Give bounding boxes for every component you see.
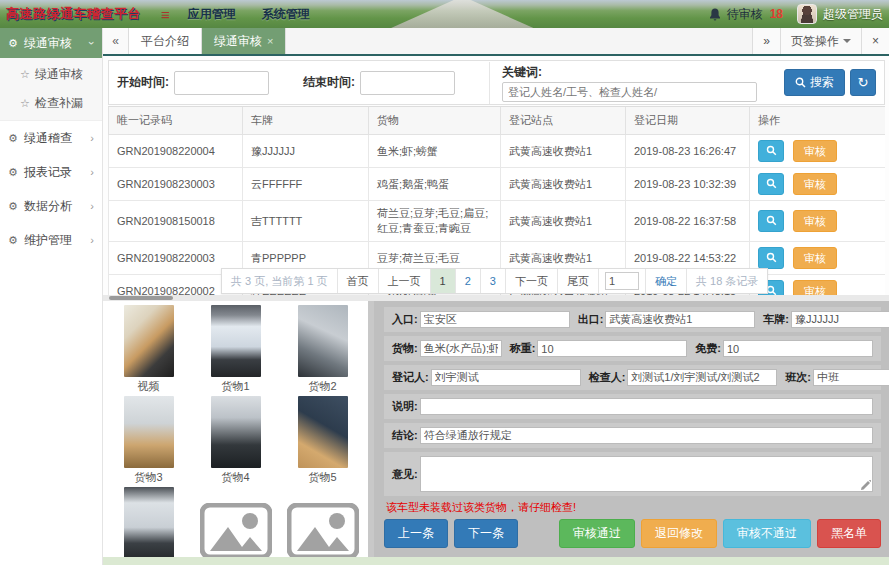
vehicle-warning-text: 该车型未装载过该类货物，请仔细检查! (386, 500, 881, 515)
inspector-input[interactable] (627, 369, 777, 386)
tab-operations-label: 页签操作 (791, 33, 839, 50)
col-header-station: 登记站点 (501, 107, 626, 135)
evidence-thumbnail[interactable] (124, 305, 174, 377)
blacklist-button[interactable]: 黑名单 (817, 519, 881, 548)
cell-goods: 荷兰豆;豆芽;毛豆;扁豆;红豆;青蚕豆;青豌豆 (369, 201, 501, 242)
entry-input[interactable] (420, 311, 570, 328)
thumbnail-caption: 货物5 (308, 470, 336, 485)
form-row: 登记人: 检查人: 班次: 时间: (384, 365, 881, 390)
col-header-actions: 操作 (750, 107, 886, 135)
first-page-button[interactable]: 首页 (338, 269, 379, 293)
search-actions: 搜索 ↻ (784, 69, 876, 96)
close-icon[interactable]: × (267, 35, 273, 47)
evidence-thumbnail[interactable] (124, 487, 174, 559)
return-for-edit-button[interactable]: 退回修改 (641, 519, 717, 548)
menu-app-management[interactable]: 应用管理 (188, 6, 236, 23)
sidebar-subitem-green-review[interactable]: ☆ 绿通审核 (0, 60, 102, 89)
page-numbers: 123 (431, 269, 506, 293)
gallery-item[interactable]: 其他 (279, 487, 366, 565)
view-record-button[interactable] (758, 247, 784, 269)
sidebar-item-green-review[interactable]: ⚙ 绿通审核 › (0, 28, 102, 58)
user-avatar[interactable] (797, 4, 817, 24)
start-time-input[interactable] (174, 71, 269, 95)
evidence-thumbnail[interactable] (124, 396, 174, 468)
reject-button[interactable]: 审核不通过 (723, 519, 811, 548)
star-icon: ☆ (20, 68, 30, 81)
sidebar-submenu: ☆ 绿通审核 ☆ 检查补漏 (0, 58, 102, 121)
cell-station: 武黄高速收费站1 (501, 135, 626, 168)
goods-input[interactable] (420, 340, 502, 357)
prev-page-button[interactable]: 上一页 (379, 269, 431, 293)
review-actions: 上一条 下一条 审核通过 退回修改 审核不通过 黑名单 (384, 519, 881, 548)
sidebar-item-report-records[interactable]: ⚙ 报表记录 › (0, 155, 102, 189)
review-record-button[interactable]: 审核 (793, 173, 837, 195)
gallery-item[interactable]: 货物4 (192, 396, 279, 487)
gallery-item[interactable]: 货物1 (192, 305, 279, 396)
sidebar-subitem-inspection-fix[interactable]: ☆ 检查补漏 (0, 89, 102, 118)
gallery-item[interactable]: 货物5 (279, 396, 366, 487)
cell-date: 2019-08-23 10:32:39 (626, 168, 750, 201)
next-page-button[interactable]: 下一页 (506, 269, 558, 293)
registrar-input[interactable] (431, 369, 581, 386)
search-button[interactable]: 搜索 (784, 69, 845, 96)
page-number-button[interactable]: 3 (481, 269, 506, 293)
previous-record-button[interactable]: 上一条 (384, 519, 448, 548)
user-role[interactable]: 超级管理员 (823, 6, 883, 23)
approve-button[interactable]: 审核通过 (559, 519, 635, 548)
end-time-input[interactable] (360, 71, 455, 95)
goto-confirm-button[interactable]: 确定 (646, 269, 687, 293)
tab-operations-dropdown[interactable]: 页签操作 (780, 28, 861, 54)
review-record-button[interactable]: 审核 (793, 247, 837, 269)
refresh-button[interactable]: ↻ (850, 69, 876, 96)
tabs-scroll-left-icon[interactable]: « (103, 28, 129, 54)
fullscreen-icon[interactable]: × (861, 28, 889, 54)
pending-review-label[interactable]: 待审核 (727, 6, 763, 23)
evidence-thumbnail[interactable] (287, 503, 359, 559)
sidebar-item-maintenance[interactable]: ⚙ 维护管理 › (0, 223, 102, 257)
gallery-item[interactable]: 货物2 (279, 305, 366, 396)
tabs-scroll-right-icon[interactable]: » (752, 28, 780, 54)
evidence-thumbnail[interactable] (298, 305, 348, 377)
evidence-thumbnail[interactable] (298, 396, 348, 468)
plate-label: 车牌: (763, 312, 789, 327)
col-header-plate: 车牌 (243, 107, 369, 135)
view-record-button[interactable] (758, 173, 784, 195)
view-record-button[interactable] (758, 140, 784, 162)
hamburger-icon[interactable]: ≡ (151, 6, 180, 23)
exit-input[interactable] (605, 311, 755, 328)
goto-page-input[interactable] (605, 272, 639, 290)
keyword-input[interactable] (502, 82, 757, 102)
review-record-button[interactable]: 审核 (793, 140, 837, 162)
table-row: GRN201908150018 吉TTTTTT 荷兰豆;豆芽;毛豆;扁豆;红豆;… (109, 201, 886, 242)
gallery-item[interactable]: 其他 (192, 487, 279, 565)
gallery-item[interactable]: 货物3 (105, 396, 192, 487)
free-input[interactable] (723, 340, 873, 357)
col-header-goods: 货物 (369, 107, 501, 135)
gallery-item[interactable]: 其他 (105, 487, 192, 565)
evidence-thumbnail[interactable] (211, 396, 261, 468)
last-page-button[interactable]: 尾页 (558, 269, 599, 293)
evidence-thumbnail[interactable] (211, 305, 261, 377)
conclusion-input[interactable] (420, 427, 873, 444)
menu-system-management[interactable]: 系统管理 (262, 6, 310, 23)
gallery-item[interactable]: 视频 (105, 305, 192, 396)
weight-input[interactable] (537, 340, 687, 357)
review-record-button[interactable]: 审核 (793, 210, 837, 232)
opinion-textarea[interactable] (420, 456, 873, 492)
detail-panel: 视频 货物1 货物2 货物3 货物4 货物5 其他 其他 其他 入口: 出口: (103, 295, 889, 565)
shift-input[interactable] (813, 369, 889, 386)
sidebar-item-data-analysis[interactable]: ⚙ 数据分析 › (0, 189, 102, 223)
view-record-button[interactable] (758, 210, 784, 232)
plate-input[interactable] (791, 311, 889, 328)
tab-platform-intro[interactable]: 平台介绍 (129, 28, 202, 54)
tab-green-review[interactable]: 绿通审核 × (202, 28, 286, 54)
note-input[interactable] (420, 398, 873, 415)
page-number-button[interactable]: 1 (431, 269, 456, 293)
gear-icon: ⚙ (8, 132, 18, 145)
page-number-button[interactable]: 2 (456, 269, 481, 293)
magnifier-icon (766, 215, 777, 226)
sidebar-item-green-inspection[interactable]: ⚙ 绿通稽查 › (0, 121, 102, 155)
evidence-thumbnail[interactable] (200, 503, 272, 559)
next-record-button[interactable]: 下一条 (454, 519, 518, 548)
image-placeholder-icon (200, 503, 272, 559)
